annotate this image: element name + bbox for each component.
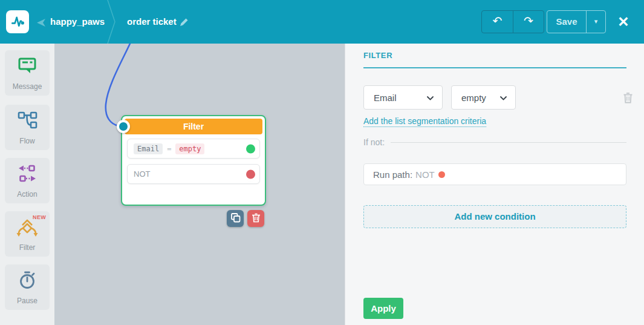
sidebar-item-label: Pause [5, 297, 50, 305]
sidebar-item-message[interactable]: Message [5, 50, 50, 96]
sidebar-item-pause[interactable]: Pause [5, 264, 50, 310]
edit-pencil-icon[interactable] [179, 17, 189, 30]
panel-title: FILTER [363, 51, 392, 60]
filter-diamond-icon [15, 219, 39, 241]
undo-icon: ↶ [493, 15, 503, 27]
top-bar: happy_paws order ticket ↶ ↷ Save ▾ ✕ [0, 0, 644, 44]
fail-output-port[interactable] [246, 169, 255, 179]
chevron-down-icon: ▾ [594, 18, 598, 25]
redo-icon: ↷ [524, 15, 533, 27]
delete-node-button[interactable] [247, 210, 264, 227]
flow-name: order ticket [127, 16, 177, 27]
breadcrumb-chevron-icon [106, 0, 116, 46]
chevron-down-icon [500, 92, 507, 103]
pulse-logo-icon [9, 12, 26, 31]
else-label: NOT [134, 169, 150, 179]
chevron-down-icon [427, 92, 434, 103]
panel-title-rule [363, 67, 626, 68]
close-icon: ✕ [617, 14, 629, 30]
sidebar-item-label: Filter [5, 243, 50, 252]
app-logo[interactable] [6, 10, 29, 33]
trash-icon [252, 213, 261, 225]
sidebar-item-action[interactable]: Action [5, 158, 50, 203]
undo-redo-group: ↶ ↷ [481, 10, 544, 33]
node-else-row[interactable]: NOT [127, 164, 260, 184]
delete-condition-icon[interactable] [623, 92, 633, 106]
condition-operator-select[interactable]: empty [451, 85, 516, 110]
close-button[interactable]: ✕ [614, 13, 633, 31]
save-group: Save ▾ [547, 10, 606, 33]
action-arrows-icon [16, 163, 38, 186]
sidebar-item-label: Action [5, 190, 50, 199]
copy-icon [230, 212, 241, 225]
redo-button[interactable]: ↷ [513, 11, 544, 33]
save-dropdown-button[interactable]: ▾ [586, 11, 605, 33]
if-not-label: If not: [363, 137, 385, 147]
undo-button[interactable]: ↶ [482, 11, 513, 33]
message-bubble-icon [16, 56, 38, 79]
node-condition-row[interactable]: Email = empty [127, 139, 260, 159]
add-new-condition-button[interactable]: Add new condition [363, 205, 626, 228]
condition-value-chip: empty [175, 143, 204, 154]
run-path-field[interactable]: Run path: NOT [363, 163, 626, 185]
condition-field-value: Email [374, 93, 427, 103]
segmentation-criteria-link[interactable]: Add the list segmentation criteria [363, 116, 486, 127]
flow-branch-icon [16, 110, 38, 133]
save-button[interactable]: Save [547, 11, 586, 33]
if-not-divider: If not: [363, 137, 626, 147]
condition-operator: = [167, 145, 171, 153]
filter-settings-panel: FILTER Email empty Add the list segmenta… [345, 44, 644, 325]
sidebar-item-label: Flow [5, 137, 50, 145]
success-output-port[interactable] [246, 144, 255, 153]
apply-button[interactable]: Apply [363, 298, 403, 319]
run-path-value: NOT [415, 169, 435, 180]
breadcrumb-project[interactable]: happy_paws [50, 16, 105, 27]
sidebar-item-label: Message [5, 82, 50, 91]
condition-field-select[interactable]: Email [363, 85, 443, 110]
back-arrow-icon[interactable] [37, 18, 45, 26]
sidebar-item-filter[interactable]: NEW Filter [5, 211, 50, 257]
copy-node-button[interactable] [227, 210, 244, 227]
sidebar-item-flow[interactable]: Flow [5, 105, 50, 150]
divider-line [391, 142, 626, 143]
stopwatch-icon [17, 270, 37, 293]
condition-field-chip: Email [134, 143, 163, 154]
run-path-port-dot [438, 171, 445, 178]
filter-node-title[interactable]: Filter [125, 119, 262, 134]
filter-node[interactable]: Filter Email = empty NOT [121, 115, 266, 206]
condition-operator-value: empty [461, 93, 500, 103]
node-input-port[interactable] [117, 120, 130, 133]
element-sidebar: Message Flow Action [0, 44, 54, 325]
flow-canvas[interactable]: Filter Email = empty NOT [54, 44, 345, 325]
run-path-prefix: Run path: [373, 169, 412, 180]
